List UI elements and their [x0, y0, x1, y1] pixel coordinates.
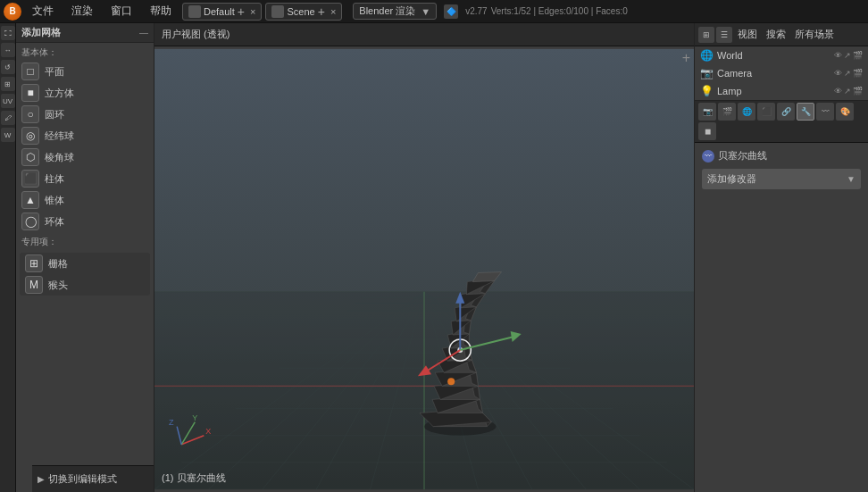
prop-icon-world[interactable]: 🌐 — [738, 103, 755, 121]
object-name-label: 贝塞尔曲线 — [718, 149, 767, 163]
mode-switch-label: 切换到编辑模式 — [48, 472, 117, 486]
cube-label: 立方体 — [45, 87, 74, 100]
toolbar-icon-1[interactable]: ⛶ — [1, 26, 15, 40]
mesh-item-plane[interactable]: □ 平面 — [16, 61, 154, 82]
viewport-bottom-label: (1) 贝塞尔曲线 — [162, 471, 226, 485]
top-bar: B 文件 渲染 窗口 帮助 Default + × Scene + × Blen… — [0, 0, 868, 23]
left-toolbar: ⛶ ↔ ↺ ⊞ UV 🖊 W — [0, 23, 16, 492]
toolbar-icon-2[interactable]: ↔ — [1, 43, 15, 57]
mesh-item-grid[interactable]: ⊞ 栅格 — [20, 253, 150, 274]
mesh-item-monkey[interactable]: M 猴头 — [20, 274, 150, 296]
all-scenes-label[interactable]: 所有场景 — [795, 28, 834, 41]
lamp-eye-icon[interactable]: 👁 — [834, 87, 842, 96]
version-label: v2.77 — [465, 6, 487, 16]
prop-icon-constraints[interactable]: 🔗 — [777, 103, 795, 121]
camera-cursor-icon[interactable]: ↗ — [844, 69, 851, 78]
right-panel-icon2[interactable]: ☰ — [716, 27, 732, 43]
lamp-cursor-icon[interactable]: ↗ — [844, 87, 851, 96]
mesh-item-torus[interactable]: ◯ 环体 — [16, 211, 154, 232]
camera-label: Camera — [717, 68, 752, 79]
viewport-canvas[interactable]: X Y Z + (1) 贝塞尔曲线 — [154, 46, 694, 492]
prop-icon-modifiers[interactable]: 🔧 — [797, 103, 814, 121]
add-mesh-header[interactable]: 添加网格 — — [16, 23, 154, 43]
uvsphere-icon: ◎ — [21, 127, 39, 145]
main-area: ⛶ ↔ ↺ ⊞ UV 🖊 W 添加网格 — 基本体： □ 平面 ■ 立方体 ○ … — [0, 23, 868, 492]
mesh-item-uvsphere[interactable]: ◎ 经纬球 — [16, 125, 154, 146]
right-panel-header: ⊞ ☰ 视图 搜索 所有场景 — [695, 23, 868, 46]
mesh-item-cone[interactable]: ▲ 锥体 — [16, 189, 154, 211]
viewport[interactable]: 用户视图 (透视) — [154, 23, 694, 492]
mesh-item-icosphere[interactable]: ⬡ 棱角球 — [16, 146, 154, 168]
workspace-default-plus[interactable]: + — [238, 4, 245, 19]
toolbar-icon-3[interactable]: ↺ — [1, 60, 15, 74]
prop-icon-material[interactable]: 🎨 — [836, 103, 854, 121]
toolbar-icon-sculpt[interactable]: 🖊 — [1, 111, 15, 125]
menu-render[interactable]: 渲染 — [64, 2, 100, 21]
camera-eye-icon[interactable]: 👁 — [834, 69, 842, 78]
menu-file[interactable]: 文件 — [25, 2, 61, 21]
toolbar-icon-5[interactable]: UV — [1, 94, 15, 108]
circle-label: 圆环 — [45, 108, 64, 121]
special-section-label: 专用项： — [16, 232, 154, 250]
search-label[interactable]: 搜索 — [766, 28, 786, 41]
camera-visibility-icons: 👁 ↗ 🎬 — [834, 69, 863, 78]
torus-label: 环体 — [45, 215, 64, 229]
render-engine-dropdown[interactable]: ▼ — [421, 6, 430, 17]
world-eye-icon[interactable]: 👁 — [834, 51, 842, 60]
panel-collapse-icon[interactable]: — — [139, 28, 148, 38]
workspace-scene-tab[interactable]: Scene + × — [265, 3, 342, 21]
camera-render-icon[interactable]: 🎬 — [853, 69, 863, 78]
cube-icon: ■ — [21, 84, 39, 102]
add-modifier-dropdown-arrow: ▼ — [847, 174, 855, 184]
svg-text:X: X — [205, 427, 211, 436]
outliner-item-camera[interactable]: 📷 Camera 👁 ↗ 🎬 — [695, 64, 868, 82]
svg-text:Y: Y — [192, 413, 197, 422]
lamp-label: Lamp — [717, 86, 742, 96]
svg-text:Z: Z — [169, 418, 174, 427]
prop-icon-scene[interactable]: 🎬 — [718, 103, 736, 121]
prop-icon-data[interactable]: 〰 — [816, 103, 834, 121]
stats-label: Verts:1/52 | Edges:0/100 | Faces:0 — [491, 6, 628, 16]
mode-switch[interactable]: ▶ 切换到编辑模式 — — [32, 465, 154, 492]
plane-icon: □ — [21, 63, 39, 80]
outliner-item-world[interactable]: 🌐 World 👁 ↗ 🎬 — [695, 46, 868, 64]
workspace-default-tab[interactable]: Default + × — [182, 3, 262, 21]
mesh-item-cube[interactable]: ■ 立方体 — [16, 82, 154, 104]
workspace-default-close[interactable]: × — [250, 6, 255, 17]
workspace-scene-plus[interactable]: + — [318, 4, 325, 19]
workspace-default-icon — [188, 5, 201, 18]
toolbar-icon-4[interactable]: ⊞ — [1, 77, 15, 91]
workspace-scene-close[interactable]: × — [330, 6, 336, 17]
menu-window[interactable]: 窗口 — [104, 2, 139, 21]
prop-icon-render[interactable]: 📷 — [698, 103, 716, 121]
cone-label: 锥体 — [45, 194, 64, 207]
properties-icon-row: 📷 🎬 🌐 ⬛ 🔗 🔧 〰 🎨 ◼ — [698, 103, 864, 140]
world-render-icon[interactable]: 🎬 — [853, 51, 863, 60]
menu-help[interactable]: 帮助 — [143, 2, 179, 21]
grid-icon: ⊞ — [25, 254, 43, 272]
object-header: 〰 贝塞尔曲线 — [698, 146, 864, 165]
blender-icon-top: 🔷 — [444, 4, 458, 19]
outliner-item-lamp[interactable]: 💡 Lamp 👁 ↗ 🎬 — [695, 82, 868, 100]
viewport-plus-button[interactable]: + — [682, 50, 690, 66]
special-section: ⊞ 栅格 M 猴头 — [20, 253, 150, 296]
add-modifier-label: 添加修改器 — [707, 172, 756, 186]
world-cursor-icon[interactable]: ↗ — [844, 51, 851, 60]
lamp-render-icon[interactable]: 🎬 — [853, 87, 863, 96]
camera-icon: 📷 — [700, 67, 714, 79]
object-data-section: 〰 贝塞尔曲线 添加修改器 ▼ — [695, 143, 868, 196]
mesh-item-circle[interactable]: ○ 圆环 — [16, 104, 154, 125]
render-engine-tab[interactable]: Blender 渲染 ▼ — [353, 3, 437, 20]
toolbar-icon-weight[interactable]: W — [1, 128, 15, 142]
icosphere-icon: ⬡ — [21, 148, 39, 166]
add-modifier-button[interactable]: 添加修改器 ▼ — [702, 169, 861, 189]
mesh-item-cylinder[interactable]: ⬛ 柱体 — [16, 168, 154, 189]
prop-icon-texture[interactable]: ◼ — [698, 122, 716, 140]
object-type-symbol: 〰 — [705, 152, 712, 160]
view-label[interactable]: 视图 — [738, 28, 757, 41]
viewport-svg: X Y Z — [154, 46, 694, 492]
prop-icon-object[interactable]: ⬛ — [757, 103, 775, 121]
right-panel: ⊞ ☰ 视图 搜索 所有场景 🌐 World 👁 ↗ 🎬 📷 Camera — [694, 23, 868, 492]
right-panel-icon1[interactable]: ⊞ — [698, 27, 714, 43]
blender-logo: B — [4, 3, 21, 21]
